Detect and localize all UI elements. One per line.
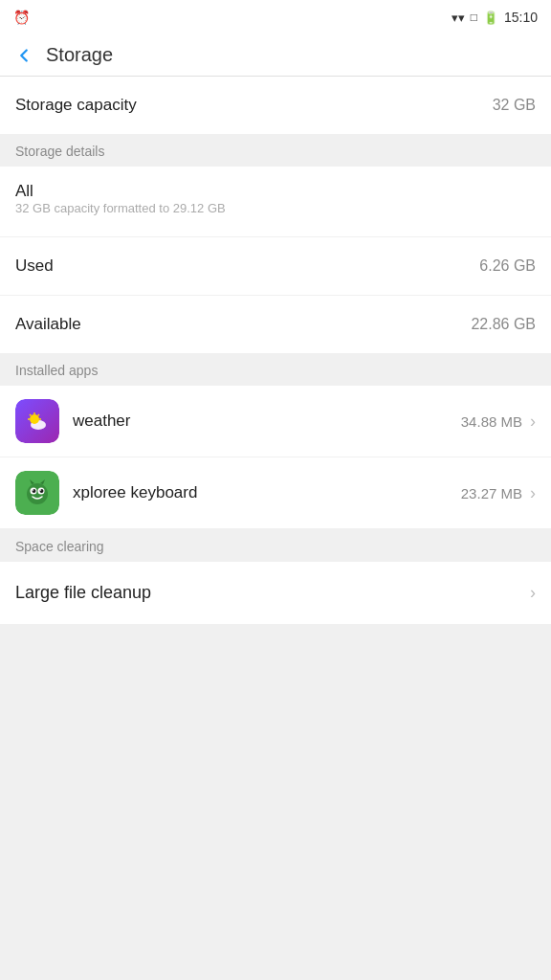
svg-marker-14	[30, 479, 34, 484]
weather-app-name: weather	[73, 412, 461, 431]
svg-point-13	[40, 489, 42, 491]
weather-app-size: 34.88 MB	[461, 413, 522, 430]
battery-icon: 🔋	[483, 11, 498, 25]
space-clearing-section: Large file cleanup ›	[0, 562, 551, 624]
header: Storage	[0, 34, 551, 77]
used-label: Used	[15, 256, 54, 276]
status-time: 15:10	[504, 10, 538, 25]
available-row: Available 22.86 GB	[0, 296, 551, 353]
storage-capacity-row: Storage capacity 32 GB	[0, 77, 551, 134]
signal-icon: □	[471, 11, 477, 24]
storage-details-section: All 32 GB capacity formatted to 29.12 GB…	[0, 167, 551, 353]
svg-marker-15	[40, 479, 45, 484]
status-bar: ⏰ ▾▾ □ 🔋 15:10	[0, 0, 551, 34]
svg-point-12	[33, 489, 34, 491]
storage-capacity-section: Storage capacity 32 GB	[0, 77, 551, 134]
space-clearing-label: Space clearing	[15, 539, 104, 554]
all-sub-text: 32 GB capacity formatted to 29.12 GB	[15, 201, 536, 219]
storage-details-label: Storage details	[15, 144, 104, 159]
xploree-app-name: xploree keyboard	[73, 483, 461, 502]
xploree-chevron-icon: ›	[530, 483, 536, 503]
svg-line-3	[38, 414, 40, 416]
weather-app-row[interactable]: weather 34.88 MB ›	[0, 386, 551, 457]
installed-apps-header: Installed apps	[0, 353, 551, 386]
large-file-cleanup-label: Large file cleanup	[15, 583, 151, 603]
svg-point-7	[27, 483, 48, 504]
all-label: All	[15, 182, 536, 201]
storage-capacity-label: Storage capacity	[15, 96, 137, 115]
installed-apps-section: weather 34.88 MB ›	[0, 386, 551, 529]
xploree-app-size: 23.27 MB	[461, 485, 522, 501]
available-label: Available	[15, 315, 81, 334]
back-button[interactable]	[13, 45, 34, 66]
status-right: ▾▾ □ 🔋 15:10	[452, 10, 538, 25]
alarm-icon: ⏰	[13, 10, 30, 25]
space-clearing-header: Space clearing	[0, 529, 551, 562]
installed-apps-label: Installed apps	[15, 363, 98, 378]
used-value: 6.26 GB	[479, 257, 536, 275]
storage-capacity-value: 32 GB	[493, 97, 536, 114]
weather-app-icon	[15, 399, 59, 443]
storage-details-header: Storage details	[0, 134, 551, 167]
wifi-icon: ▾▾	[452, 11, 465, 25]
cleanup-chevron-icon: ›	[530, 583, 536, 603]
status-left: ⏰	[13, 10, 30, 25]
page-title: Storage	[46, 44, 113, 66]
available-value: 22.86 GB	[471, 316, 536, 333]
xploree-app-icon	[15, 471, 59, 515]
weather-chevron-icon: ›	[530, 412, 536, 432]
large-file-cleanup-row[interactable]: Large file cleanup ›	[0, 562, 551, 624]
all-row: All 32 GB capacity formatted to 29.12 GB	[0, 167, 551, 237]
svg-line-5	[30, 414, 32, 416]
used-row: Used 6.26 GB	[0, 237, 551, 296]
xploree-app-row[interactable]: xploree keyboard 23.27 MB ›	[0, 457, 551, 529]
